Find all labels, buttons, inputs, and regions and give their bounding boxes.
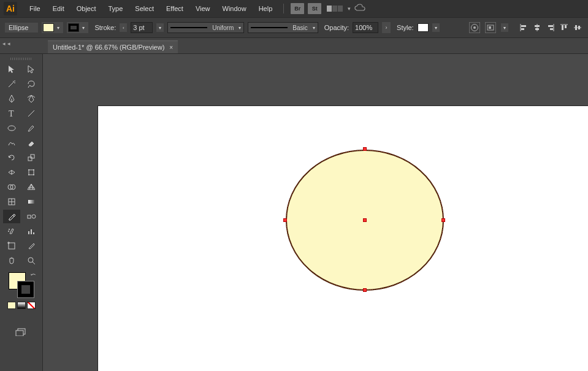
anchor-bottom[interactable] bbox=[363, 288, 367, 292]
curvature-tool[interactable] bbox=[23, 92, 40, 105]
style-dropdown[interactable]: ▾ bbox=[432, 23, 440, 32]
menu-edit[interactable]: Edit bbox=[47, 2, 71, 15]
rotate-tool[interactable] bbox=[3, 151, 20, 164]
canvas-area[interactable] bbox=[43, 54, 588, 371]
align-hcenter-button[interactable] bbox=[532, 22, 543, 33]
svg-rect-17 bbox=[575, 25, 577, 30]
align-panel-dropdown[interactable]: ▾ bbox=[501, 23, 508, 32]
fill-dropdown-icon[interactable]: ▾ bbox=[55, 23, 62, 32]
gradient-tool[interactable] bbox=[23, 195, 40, 208]
tools-grip-icon[interactable] bbox=[10, 58, 32, 60]
document-tab[interactable]: Untitled-1* @ 66.67% (RGB/Preview) × bbox=[48, 40, 178, 53]
align-vcenter-button[interactable] bbox=[572, 22, 583, 33]
shaper-tool[interactable] bbox=[3, 136, 20, 150]
anchor-right[interactable] bbox=[441, 218, 445, 222]
screen-mode-button[interactable] bbox=[13, 326, 30, 337]
menu-file[interactable]: File bbox=[23, 2, 47, 15]
type-tool[interactable]: T bbox=[3, 107, 20, 120]
align-top-button[interactable] bbox=[559, 22, 570, 33]
color-mode-none[interactable] bbox=[27, 302, 36, 309]
svg-point-29 bbox=[33, 174, 34, 175]
workspace: T ⤺ bbox=[0, 54, 588, 371]
eraser-tool[interactable] bbox=[23, 136, 40, 150]
brush-definition-dropdown[interactable]: Basic ▾ bbox=[248, 22, 318, 33]
color-mode-color[interactable] bbox=[7, 302, 16, 309]
panel-collapse-icon[interactable]: ◂◂ bbox=[2, 40, 12, 47]
svg-rect-12 bbox=[550, 28, 553, 30]
svg-point-1 bbox=[473, 26, 476, 29]
svg-point-39 bbox=[8, 231, 9, 232]
stroke-weight-input[interactable] bbox=[131, 22, 153, 33]
swap-fill-stroke-icon[interactable]: ⤺ bbox=[31, 271, 36, 278]
selection-tool[interactable] bbox=[3, 63, 20, 76]
direct-selection-tool[interactable] bbox=[23, 63, 40, 76]
arrange-docs-button[interactable] bbox=[327, 6, 343, 12]
mesh-tool[interactable] bbox=[3, 195, 20, 208]
menu-select[interactable]: Select bbox=[129, 2, 160, 15]
magic-wand-tool[interactable] bbox=[3, 77, 20, 91]
svg-rect-41 bbox=[31, 229, 32, 234]
ellipse-tool[interactable] bbox=[3, 121, 20, 135]
opacity-more-button[interactable]: › bbox=[382, 22, 391, 33]
recolor-artwork-button[interactable] bbox=[469, 22, 480, 33]
free-transform-tool[interactable] bbox=[23, 166, 40, 179]
column-graph-tool[interactable] bbox=[23, 224, 40, 238]
width-profile-dropdown[interactable]: Uniform ▾ bbox=[167, 22, 244, 33]
menu-separator bbox=[283, 4, 284, 13]
svg-rect-9 bbox=[535, 28, 539, 30]
bridge-button[interactable]: Br bbox=[291, 3, 304, 14]
stroke-weight-dropdown[interactable]: ▾ bbox=[156, 23, 164, 32]
svg-rect-22 bbox=[28, 157, 32, 161]
anchor-top[interactable] bbox=[363, 147, 367, 151]
stroke-swatch[interactable]: ▾ bbox=[67, 22, 88, 33]
svg-rect-42 bbox=[33, 232, 34, 234]
svg-point-27 bbox=[33, 169, 34, 170]
svg-point-38 bbox=[9, 229, 10, 230]
scale-tool[interactable] bbox=[23, 151, 40, 164]
lasso-tool[interactable] bbox=[23, 77, 40, 91]
width-tool[interactable] bbox=[3, 166, 20, 179]
slice-tool[interactable] bbox=[23, 239, 40, 253]
paintbrush-tool[interactable] bbox=[23, 121, 40, 135]
zoom-tool[interactable] bbox=[23, 254, 40, 267]
stroke-dropdown-icon[interactable]: ▾ bbox=[80, 23, 87, 32]
hand-tool[interactable] bbox=[3, 254, 20, 267]
options-bar: Ellipse ▾ ▾ Stroke: ‹ ▾ Uniform ▾ Basic … bbox=[0, 17, 588, 38]
tab-close-button[interactable]: × bbox=[169, 44, 173, 51]
blend-tool[interactable] bbox=[23, 210, 40, 223]
menu-object[interactable]: Object bbox=[71, 2, 102, 15]
anchor-center[interactable] bbox=[363, 218, 367, 222]
graphic-style-swatch[interactable] bbox=[418, 23, 429, 32]
align-right-button[interactable] bbox=[545, 22, 556, 33]
stroke-label: Stroke: bbox=[94, 24, 116, 31]
symbol-sprayer-tool[interactable] bbox=[3, 224, 20, 238]
artboard-tool[interactable] bbox=[3, 239, 20, 253]
align-left-button[interactable] bbox=[518, 22, 529, 33]
stock-button[interactable]: St bbox=[308, 3, 321, 14]
color-mode-gradient[interactable] bbox=[17, 302, 26, 309]
pen-tool[interactable] bbox=[3, 92, 20, 105]
anchor-left[interactable] bbox=[283, 218, 287, 222]
menu-view[interactable]: View bbox=[189, 2, 216, 15]
line-segment-tool[interactable] bbox=[23, 107, 40, 120]
menu-window[interactable]: Window bbox=[216, 2, 253, 15]
menu-help[interactable]: Help bbox=[253, 2, 279, 15]
opacity-input[interactable] bbox=[353, 22, 378, 33]
stroke-decrement[interactable]: ‹ bbox=[120, 23, 127, 32]
fill-swatch[interactable]: ▾ bbox=[42, 22, 63, 33]
menu-type[interactable]: Type bbox=[102, 2, 129, 15]
ellipse-shape[interactable] bbox=[285, 149, 445, 290]
svg-point-28 bbox=[28, 174, 29, 175]
perspective-grid-tool[interactable] bbox=[23, 180, 40, 194]
align-buttons-group bbox=[518, 22, 583, 33]
menu-effect[interactable]: Effect bbox=[160, 2, 189, 15]
align-panel-button[interactable] bbox=[485, 22, 496, 33]
svg-rect-8 bbox=[535, 25, 540, 27]
fill-stroke-well[interactable]: ⤺ bbox=[9, 272, 34, 298]
shape-builder-tool[interactable] bbox=[3, 180, 20, 194]
eyedropper-tool[interactable] bbox=[3, 210, 20, 223]
gpu-preview-icon[interactable] bbox=[354, 4, 365, 14]
stroke-well[interactable] bbox=[17, 281, 34, 298]
arrange-dropdown-icon[interactable]: ▾ bbox=[348, 6, 351, 12]
menu-bar: Ai File Edit Object Type Select Effect V… bbox=[0, 0, 588, 17]
